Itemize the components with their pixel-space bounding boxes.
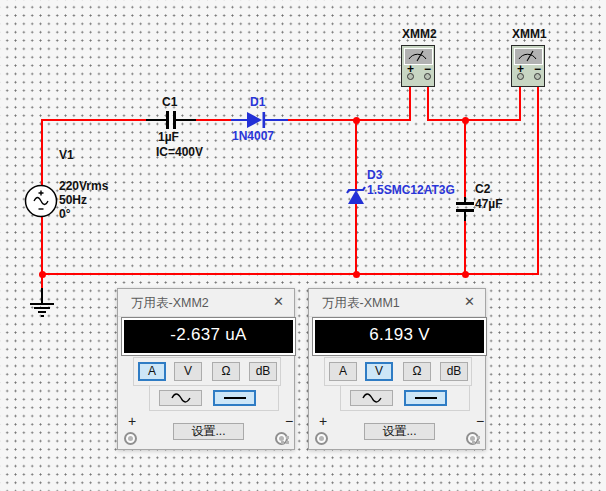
capacitor-c2-symbol[interactable] (456, 202, 474, 212)
multimeter-xmm1-icon[interactable]: + − (511, 45, 545, 87)
wire-junction (462, 117, 469, 124)
reading-value: 6.193 V (315, 320, 484, 353)
ac-mode-button[interactable] (350, 390, 393, 406)
reading-value: -2.637 uA (124, 320, 293, 353)
wire-junction (353, 271, 360, 278)
mode-button-ohm[interactable]: Ω (403, 362, 431, 381)
reading-display-frame: -2.637 uA (121, 317, 296, 356)
dialog-title: 万用表-XMM2 (131, 295, 209, 312)
label-xmm1: XMM1 (512, 27, 547, 41)
resize-grip[interactable] (477, 441, 480, 444)
settings-button[interactable]: 设置... (364, 423, 435, 440)
close-icon[interactable]: ✕ (464, 294, 475, 309)
label-d1-ref: D1 (250, 95, 265, 109)
wire[interactable] (427, 87, 429, 120)
wire[interactable] (519, 87, 521, 120)
ac-source-v1-symbol[interactable] (23, 183, 59, 219)
wire[interactable] (176, 119, 196, 121)
label-v1-value: 220Vrms (59, 179, 108, 193)
wire[interactable] (427, 119, 521, 121)
ac-mode-button[interactable] (159, 390, 202, 406)
wire[interactable] (265, 119, 288, 121)
wire-junction (353, 117, 360, 124)
dc-line-icon (224, 397, 246, 399)
mode-button-volt[interactable]: V (174, 362, 202, 381)
dc-line-icon (415, 397, 437, 399)
terminal-plus (407, 73, 414, 80)
minus-label: − (476, 413, 484, 429)
close-icon[interactable]: ✕ (273, 294, 284, 309)
wire[interactable] (464, 119, 466, 197)
mode-button-db[interactable]: dB (440, 362, 468, 381)
resize-grip[interactable] (286, 441, 289, 444)
wire[interactable] (464, 221, 466, 274)
wire[interactable] (409, 87, 411, 120)
mode-button-ampere[interactable]: A (138, 362, 166, 381)
probe-terminal-plus (315, 432, 328, 445)
label-d1-value: 1N4007 (232, 129, 274, 143)
wire[interactable] (41, 119, 43, 185)
label-v1-ref: V1 (59, 148, 74, 162)
mode-button-ampere[interactable]: A (329, 362, 357, 381)
label-c2-value: 47µF (475, 197, 503, 211)
dc-mode-button[interactable] (213, 390, 256, 406)
sine-icon (361, 392, 383, 404)
dialog-title: 万用表-XMM1 (322, 295, 400, 312)
schematic-canvas[interactable]: V1 220Vrms 50Hz 0° C1 1µF IC=400V D1 1N4… (0, 0, 606, 491)
sine-icon (170, 392, 192, 404)
multimeter-dialog-xmm2: 万用表-XMM2 ✕ -2.637 uA A V Ω dB + − 设置... (117, 288, 295, 450)
probe-terminal-plus (124, 432, 137, 445)
label-c1-value: 1µF (158, 130, 179, 144)
wire[interactable] (146, 119, 167, 121)
wire[interactable] (196, 119, 231, 121)
label-c1-ic: IC=400V (156, 145, 203, 159)
wire[interactable] (41, 216, 43, 289)
terminal-plus (517, 73, 524, 80)
terminal-minus (424, 73, 431, 80)
mode-button-volt[interactable]: V (365, 362, 393, 381)
wire[interactable] (537, 87, 539, 275)
label-c2-ref: C2 (475, 182, 490, 196)
label-v1-freq: 50Hz (59, 193, 87, 207)
mode-button-ohm[interactable]: Ω (212, 362, 240, 381)
label-d3-ref: D3 (367, 168, 382, 182)
tvs-diode-d3-symbol[interactable] (345, 182, 367, 206)
settings-button[interactable]: 设置... (173, 423, 244, 440)
plus-label: + (128, 413, 136, 429)
wire-junction (462, 271, 469, 278)
label-xmm2: XMM2 (402, 27, 437, 41)
wire-junction (39, 271, 46, 278)
label-v1-phase: 0° (59, 207, 70, 221)
reading-display-frame: 6.193 V (312, 317, 487, 356)
wire[interactable] (41, 119, 146, 121)
dialog-titlebar[interactable]: 万用表-XMM2 ✕ (118, 289, 294, 317)
label-c1-ref: C1 (162, 95, 177, 109)
wire[interactable] (355, 204, 357, 274)
dc-mode-button[interactable] (404, 390, 447, 406)
capacitor-c1-symbol[interactable] (165, 111, 178, 129)
plus-label: + (319, 413, 327, 429)
wire[interactable] (288, 119, 411, 121)
diode-d1-symbol[interactable] (246, 111, 268, 129)
wire[interactable] (464, 211, 466, 221)
multimeter-dialog-xmm1: 万用表-XMM1 ✕ 6.193 V A V Ω dB + − 设置... (308, 288, 486, 450)
wire[interactable] (355, 119, 357, 190)
multimeter-xmm2-icon[interactable]: + − (401, 45, 435, 87)
terminal-minus (534, 73, 541, 80)
dialog-titlebar[interactable]: 万用表-XMM1 ✕ (309, 289, 485, 317)
label-d3-value: 1.5SMC12AT3G (367, 183, 455, 197)
minus-label: − (285, 413, 293, 429)
mode-button-db[interactable]: dB (249, 362, 277, 381)
ground-symbol[interactable] (28, 301, 56, 319)
